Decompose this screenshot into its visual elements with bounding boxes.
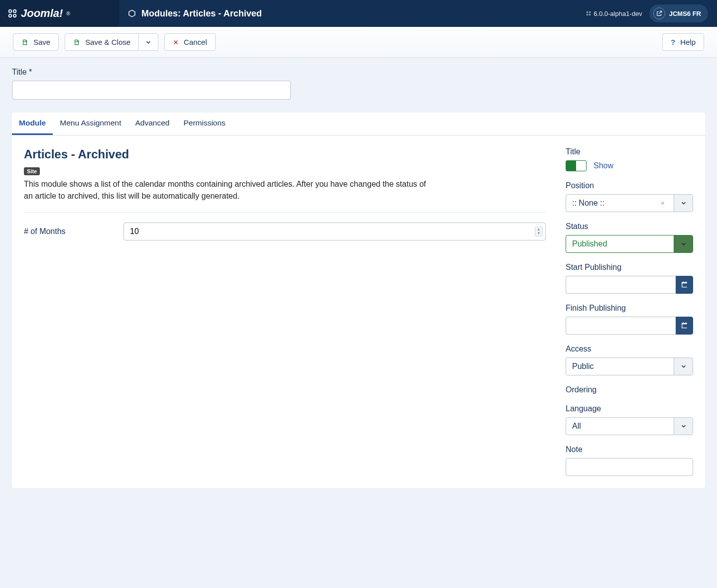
module-description: This module shows a list of the calendar… bbox=[24, 178, 427, 202]
note-label: Note bbox=[566, 445, 693, 454]
toolbar: Save Save & Close Cancel ? Help bbox=[0, 27, 717, 58]
save-icon bbox=[21, 39, 28, 46]
brand-area[interactable]: Joomla!® bbox=[0, 0, 120, 27]
user-label: JCMS6 FR bbox=[669, 10, 701, 17]
page-body: Title * Module Menu Assignment Advanced … bbox=[0, 58, 717, 508]
joomla-small-icon bbox=[586, 10, 592, 16]
save-close-group: Save & Close bbox=[65, 33, 158, 51]
title-input[interactable] bbox=[12, 81, 291, 100]
svg-point-6 bbox=[587, 14, 588, 15]
svg-point-4 bbox=[587, 11, 588, 13]
topbar: Joomla!® Modules: Articles - Archived 6.… bbox=[0, 0, 717, 27]
chevron-down-icon bbox=[145, 39, 152, 46]
status-caret[interactable] bbox=[674, 235, 693, 252]
field-access: Access Public bbox=[566, 345, 693, 375]
position-caret[interactable] bbox=[674, 195, 693, 212]
access-value: Public bbox=[566, 358, 674, 375]
svg-point-3 bbox=[13, 14, 16, 17]
save-close-label: Save & Close bbox=[85, 38, 130, 46]
chevron-down-icon bbox=[680, 363, 687, 370]
title-toggle[interactable] bbox=[566, 160, 587, 171]
calendar-icon bbox=[681, 322, 689, 330]
months-row: # of Months ▲▼ bbox=[24, 223, 546, 240]
user-menu[interactable]: JCMS6 FR bbox=[649, 4, 708, 22]
tab-menu-assignment[interactable]: Menu Assignment bbox=[53, 113, 128, 135]
topbar-right: 6.0.0-alpha1-dev JCMS6 FR bbox=[586, 4, 717, 22]
title-label: Title * bbox=[12, 68, 705, 77]
chevron-down-icon bbox=[680, 200, 687, 207]
tab-module[interactable]: Module bbox=[12, 113, 53, 135]
help-label: Help bbox=[680, 38, 696, 46]
brand-reg: ® bbox=[66, 11, 70, 16]
svg-point-1 bbox=[13, 10, 16, 13]
access-label: Access bbox=[566, 345, 693, 353]
svg-point-0 bbox=[9, 10, 12, 13]
status-select[interactable]: Published bbox=[566, 235, 693, 253]
title-toggle-label: Title bbox=[566, 147, 693, 156]
joomla-icon bbox=[7, 8, 18, 19]
title-toggle-text: Show bbox=[594, 161, 613, 170]
save-icon bbox=[73, 39, 80, 46]
language-label: Language bbox=[566, 404, 693, 413]
finish-publishing-input[interactable] bbox=[566, 317, 676, 335]
status-label: Status bbox=[566, 222, 693, 231]
site-badge: Site bbox=[24, 167, 40, 175]
start-publishing-label: Start Publishing bbox=[566, 263, 693, 272]
panel-main: Articles - Archived Site This module sho… bbox=[24, 147, 546, 476]
language-caret[interactable] bbox=[674, 418, 693, 435]
position-label: Position bbox=[566, 181, 693, 190]
version-tag[interactable]: 6.0.0-alpha1-dev bbox=[586, 10, 642, 17]
external-link-icon bbox=[653, 7, 665, 19]
finish-publishing-calendar-button[interactable] bbox=[676, 317, 693, 335]
field-title-toggle: Title Show bbox=[566, 147, 693, 171]
tab-permissions[interactable]: Permissions bbox=[176, 113, 232, 135]
svg-point-7 bbox=[589, 14, 591, 15]
field-ordering: Ordering bbox=[566, 385, 693, 394]
save-label: Save bbox=[33, 38, 50, 46]
access-caret[interactable] bbox=[674, 358, 693, 375]
ordering-label: Ordering bbox=[566, 385, 693, 394]
cube-icon bbox=[127, 9, 136, 18]
access-select[interactable]: Public bbox=[566, 357, 693, 375]
save-button[interactable]: Save bbox=[13, 33, 59, 51]
module-heading: Articles - Archived bbox=[24, 147, 546, 161]
svg-point-5 bbox=[589, 11, 591, 13]
brand-text: Joomla! bbox=[21, 7, 63, 20]
clear-icon[interactable]: × bbox=[661, 199, 668, 207]
page-title: Modules: Articles - Archived bbox=[141, 8, 262, 19]
field-note: Note bbox=[566, 445, 693, 476]
save-dropdown-button[interactable] bbox=[139, 33, 158, 51]
note-input[interactable] bbox=[566, 458, 693, 476]
close-icon bbox=[173, 39, 179, 45]
tab-advanced[interactable]: Advanced bbox=[128, 113, 176, 135]
panel: Articles - Archived Site This module sho… bbox=[12, 135, 705, 488]
chevron-down-icon bbox=[680, 240, 687, 247]
position-value: :: None :: bbox=[572, 199, 604, 208]
cancel-button[interactable]: Cancel bbox=[164, 33, 216, 51]
language-select[interactable]: All bbox=[566, 417, 693, 435]
number-stepper[interactable]: ▲▼ bbox=[535, 227, 543, 236]
help-icon: ? bbox=[671, 38, 675, 46]
chevron-down-icon bbox=[680, 423, 687, 430]
calendar-icon bbox=[681, 281, 689, 289]
separator bbox=[24, 212, 546, 213]
version-text: 6.0.0-alpha1-dev bbox=[594, 10, 642, 17]
tabs: Module Menu Assignment Advanced Permissi… bbox=[12, 113, 705, 135]
start-publishing-calendar-button[interactable] bbox=[676, 276, 693, 294]
svg-point-2 bbox=[9, 14, 12, 17]
field-status: Status Published bbox=[566, 222, 693, 253]
start-publishing-input[interactable] bbox=[566, 276, 676, 294]
months-input[interactable] bbox=[123, 223, 546, 240]
help-button[interactable]: ? Help bbox=[662, 33, 704, 51]
page-title-area: Modules: Articles - Archived bbox=[120, 8, 270, 19]
position-select[interactable]: :: None ::× bbox=[566, 194, 693, 212]
panel-sidebar: Title Show Position :: None ::× Status P… bbox=[566, 147, 693, 476]
save-close-button[interactable]: Save & Close bbox=[65, 33, 139, 51]
cancel-label: Cancel bbox=[184, 38, 207, 46]
field-position: Position :: None ::× bbox=[566, 181, 693, 212]
months-label: # of Months bbox=[24, 227, 123, 236]
field-start-publishing: Start Publishing bbox=[566, 263, 693, 294]
field-language: Language All bbox=[566, 404, 693, 435]
field-finish-publishing: Finish Publishing bbox=[566, 304, 693, 335]
language-value: All bbox=[566, 418, 674, 435]
